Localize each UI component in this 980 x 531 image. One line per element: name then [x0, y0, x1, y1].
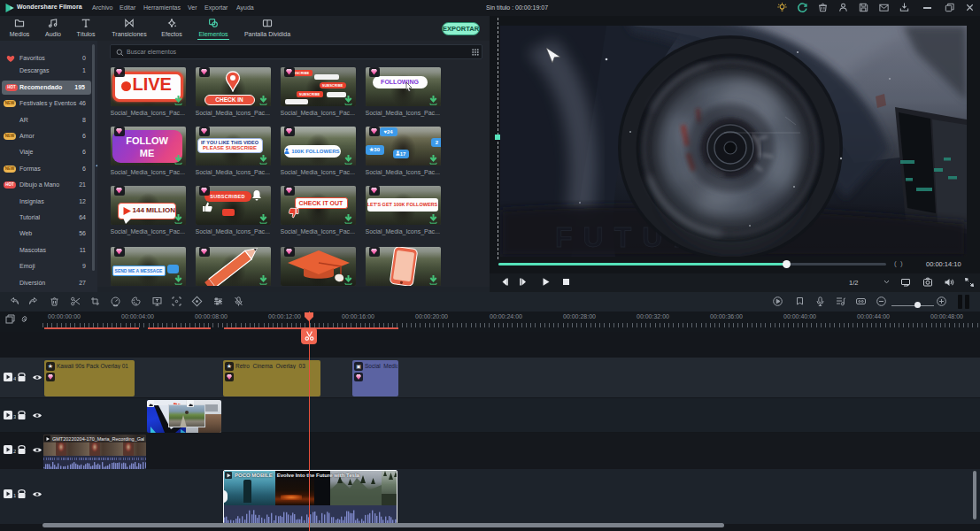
- svg-text:1: 1: [13, 493, 16, 498]
- svg-text:4: 4: [13, 376, 16, 381]
- svg-text:3: 3: [13, 414, 16, 419]
- svg-text:2: 2: [13, 449, 16, 454]
